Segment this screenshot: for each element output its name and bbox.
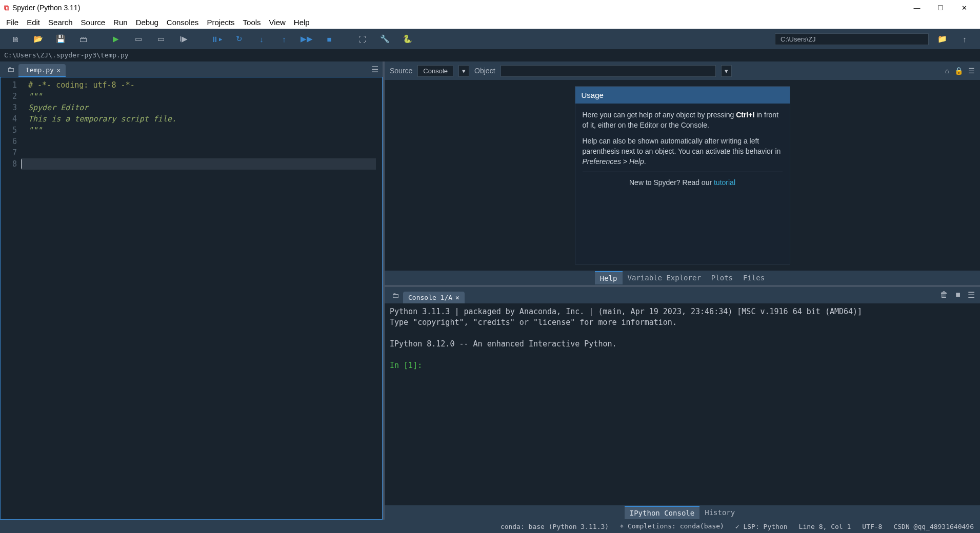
save-all-icon[interactable]: 🗃 <box>74 32 92 46</box>
console-banner: Python 3.11.3 | packaged by Anaconda, In… <box>390 307 862 348</box>
statusbar: conda: base (Python 3.11.3) ⌖ Completion… <box>0 520 980 533</box>
run-icon[interactable]: ▶ <box>107 32 125 46</box>
python-path-icon[interactable]: 🐍 <box>398 32 416 46</box>
menu-debug[interactable]: Debug <box>133 17 162 28</box>
editor-tab[interactable]: temp.py ✕ <box>18 64 66 77</box>
help-pane-tabs: HelpVariable ExplorerPlotsFiles <box>385 271 980 285</box>
working-directory-input[interactable]: C:\Users\ZJ <box>775 33 929 45</box>
help-pane: Source Console ▾ Object ▾ ⌂ 🔒 ☰ Usage He… <box>385 61 980 287</box>
open-file-icon[interactable]: 📂 <box>29 32 47 46</box>
menu-consoles[interactable]: Consoles <box>164 17 202 28</box>
menubar: FileEditSearchSourceRunDebugConsolesProj… <box>0 15 980 29</box>
status-lsp[interactable]: ✓ LSP: Python <box>735 523 788 530</box>
run-selection-icon[interactable]: I▶ <box>174 32 193 46</box>
console-tab-ipython-console[interactable]: IPython Console <box>625 506 699 519</box>
help-body: Usage Here you can get help of any objec… <box>385 80 980 271</box>
preferences-icon[interactable]: 🔧 <box>375 32 394 46</box>
home-icon[interactable]: ⌂ <box>945 67 949 75</box>
browse-folder-icon[interactable]: 📁 <box>933 32 951 46</box>
help-options-icon[interactable]: ☰ <box>968 67 975 75</box>
status-completions[interactable]: ⌖ Completions: conda(base) <box>620 522 724 530</box>
help-source-dropdown-icon[interactable]: ▾ <box>458 65 469 77</box>
help-card-title: Usage <box>575 87 790 104</box>
continue-icon[interactable]: ▶▶ <box>297 32 316 46</box>
code-line: # -*- coding: utf-8 -*- <box>28 79 382 91</box>
parent-folder-icon[interactable]: ↑ <box>955 32 974 46</box>
editor-tab-label: temp.py <box>26 66 54 74</box>
console-output[interactable]: Python 3.11.3 | packaged by Anaconda, In… <box>385 303 980 505</box>
window-titlebar: ⧉ Spyder (Python 3.11) — ☐ ✕ <box>0 0 980 15</box>
editor-options-icon[interactable]: ☰ <box>371 65 378 74</box>
close-window-button[interactable]: ✕ <box>952 4 976 12</box>
status-conda[interactable]: conda: base (Python 3.11.3) <box>501 523 609 530</box>
editor-browse-icon[interactable]: 🗀 <box>3 65 18 73</box>
run-cell-icon[interactable]: ▭ <box>129 32 148 46</box>
help-object-label: Object <box>474 67 495 75</box>
editor-pathbar: C:\Users\ZJ\.spyder-py3\temp.py <box>0 49 980 61</box>
interrupt-kernel-icon[interactable]: ■ <box>955 290 961 300</box>
console-tab[interactable]: Console 1/A ✕ <box>403 292 465 303</box>
status-suffix: CSDN @qq_48931640496 <box>893 523 974 530</box>
console-prompt: In [1]: <box>390 361 427 370</box>
new-file-icon[interactable]: 🗎 <box>6 32 25 46</box>
console-tab-label: Console 1/A <box>408 294 452 301</box>
save-file-icon[interactable]: 💾 <box>51 32 70 46</box>
menu-file[interactable]: File <box>3 17 22 28</box>
console-options-icon[interactable]: ☰ <box>968 290 975 300</box>
maximize-button[interactable]: ☐ <box>929 4 952 12</box>
menu-source[interactable]: Source <box>78 17 109 28</box>
menu-edit[interactable]: Edit <box>24 17 43 28</box>
close-console-tab-icon[interactable]: ✕ <box>455 294 459 301</box>
line-number-gutter: 12345678 <box>1 77 21 519</box>
console-tab-history[interactable]: History <box>699 506 740 519</box>
help-tab-variable-explorer[interactable]: Variable Explorer <box>623 272 706 284</box>
help-source-combo[interactable]: Console <box>417 65 453 77</box>
code-area[interactable]: # -*- coding: utf-8 -*-"""Spyder EditorT… <box>21 77 382 519</box>
help-usage-card: Usage Here you can get help of any objec… <box>575 86 790 264</box>
help-paragraph-3: New to Spyder? Read our tutorial <box>583 177 783 188</box>
minimize-button[interactable]: — <box>905 4 929 12</box>
code-line: Spyder Editor <box>28 102 382 113</box>
step-icon[interactable]: ↻ <box>230 32 248 46</box>
console-pane-tabs: IPython ConsoleHistory <box>385 505 980 520</box>
help-paragraph-1: Here you can get help of any object by p… <box>583 110 783 131</box>
status-cursor-position: Line 8, Col 1 <box>799 523 851 530</box>
code-line: """ <box>28 125 382 136</box>
help-tab-plots[interactable]: Plots <box>706 272 738 284</box>
menu-run[interactable]: Run <box>110 17 131 28</box>
help-object-dropdown-icon[interactable]: ▾ <box>721 65 732 77</box>
tutorial-link[interactable]: tutorial <box>714 178 735 187</box>
code-line: """ <box>28 91 382 102</box>
menu-projects[interactable]: Projects <box>204 17 237 28</box>
help-paragraph-2: Help can also be shown automatically aft… <box>583 136 783 167</box>
console-tabbar: 🗀 Console 1/A ✕ 🗑 ■ ☰ <box>385 287 980 303</box>
step-into-icon[interactable]: ↓ <box>252 32 271 46</box>
menu-tools[interactable]: Tools <box>240 17 264 28</box>
help-tab-help[interactable]: Help <box>595 271 623 284</box>
console-pane: 🗀 Console 1/A ✕ 🗑 ■ ☰ Python 3.11.3 | pa… <box>385 287 980 520</box>
lock-icon[interactable]: 🔒 <box>954 67 963 75</box>
help-toolbar: Source Console ▾ Object ▾ ⌂ 🔒 ☰ <box>385 61 980 80</box>
code-line: This is a temporary script file. <box>28 113 382 125</box>
remove-console-icon[interactable]: 🗑 <box>940 290 948 300</box>
stop-debug-icon[interactable]: ■ <box>320 32 338 46</box>
menu-search[interactable]: Search <box>45 17 76 28</box>
code-editor[interactable]: 12345678 # -*- coding: utf-8 -*-"""Spyde… <box>0 77 383 520</box>
step-out-icon[interactable]: ↑ <box>275 32 293 46</box>
console-browse-icon[interactable]: 🗀 <box>388 291 403 299</box>
main-toolbar: 🗎 📂 💾 🗃 ▶ ▭ ▭ I▶ ⏸▶ ↻ ↓ ↑ ▶▶ ■ ⛶ 🔧 🐍 C:\… <box>0 29 980 49</box>
debug-icon[interactable]: ⏸▶ <box>207 32 226 46</box>
help-object-input[interactable] <box>501 65 716 77</box>
run-cell-advance-icon[interactable]: ▭ <box>152 32 170 46</box>
cursor-line-highlight <box>21 158 376 170</box>
editor-pane: 🗀 temp.py ✕ ☰ 12345678 # -*- coding: utf… <box>0 61 385 520</box>
help-tab-files[interactable]: Files <box>738 272 770 284</box>
close-tab-icon[interactable]: ✕ <box>57 67 61 74</box>
menu-view[interactable]: View <box>266 17 289 28</box>
window-title: Spyder (Python 3.11) <box>12 4 80 12</box>
maximize-pane-icon[interactable]: ⛶ <box>353 32 371 46</box>
help-source-label: Source <box>390 67 412 75</box>
status-encoding: UTF-8 <box>862 523 882 530</box>
menu-help[interactable]: Help <box>291 17 313 28</box>
app-logo-icon: ⧉ <box>4 4 9 12</box>
